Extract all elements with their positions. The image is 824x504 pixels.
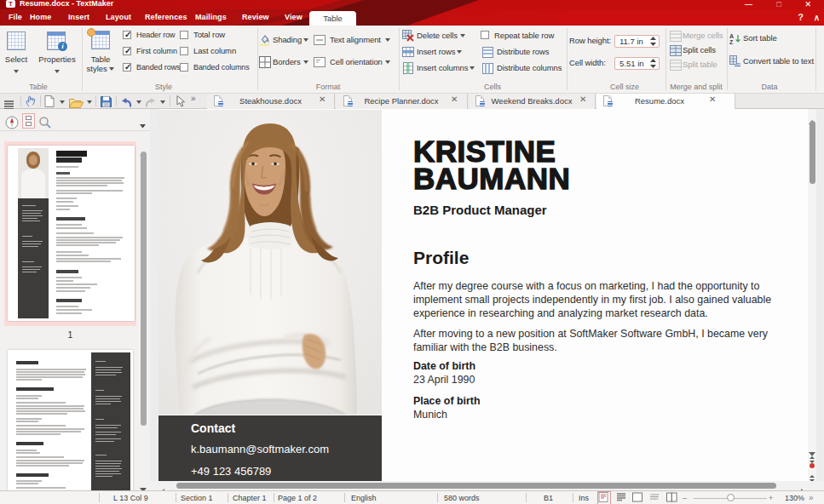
svg-text:A: A <box>729 33 734 39</box>
svg-text:Z: Z <box>729 39 734 44</box>
